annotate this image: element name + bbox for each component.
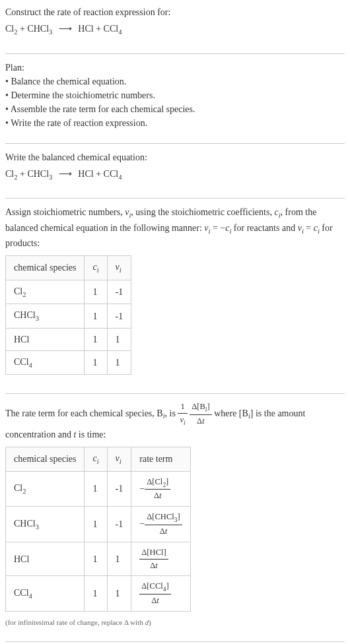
cell-species: CCl4: [6, 576, 85, 612]
rate-term-intro: The rate term for each chemical species,…: [5, 401, 345, 441]
stoich-table: chemical species ci νi Cl2 1 -1 CHCl3 1 …: [5, 255, 131, 375]
divider: [5, 53, 345, 54]
cell-species: CHCl3: [6, 304, 85, 329]
col-species: chemical species: [6, 256, 85, 280]
cell-rate: Δ[CCl4]Δt: [131, 576, 191, 612]
table-row: CCl4 1 1 Δ[CCl4]Δt: [6, 576, 191, 612]
cell-c: 1: [85, 507, 107, 542]
cell-rate: −Δ[Cl2]Δt: [131, 471, 191, 507]
infinitesimal-note: (for infinitesimal rate of change, repla…: [5, 617, 345, 628]
plan-heading: Plan:: [5, 61, 345, 75]
balanced-heading: Write the balanced chemical equation:: [5, 150, 345, 164]
table-row: Cl2 1 -1 −Δ[Cl2]Δt: [6, 471, 191, 507]
plan-item: • Assemble the rate term for each chemic…: [5, 102, 345, 116]
cell-v: 1: [107, 328, 131, 350]
cell-v: 1: [107, 576, 131, 612]
cell-v: 1: [107, 542, 131, 576]
cell-species: Cl2: [6, 471, 85, 507]
cell-v: -1: [107, 280, 131, 304]
balanced-equation: Cl2 + CHCl3 ⟶ HCl + CCl4: [5, 167, 345, 183]
rate-term-section: The rate term for each chemical species,…: [5, 401, 345, 633]
table-row: CHCl3 1 -1: [6, 304, 131, 329]
cell-v: 1: [107, 350, 131, 375]
cell-c: 1: [85, 576, 107, 612]
divider: [5, 143, 345, 144]
rate-term-table: chemical species ci νi rate term Cl2 1 -…: [5, 447, 191, 612]
cell-rate: −Δ[CHCl3]Δt: [131, 507, 191, 542]
cell-c: 1: [85, 542, 107, 576]
col-c: ci: [85, 447, 107, 471]
divider: [5, 393, 345, 394]
intro-section: Construct the rate of reaction expressio…: [5, 5, 345, 46]
cell-species: HCl: [6, 542, 85, 576]
table-row: CCl4 1 1: [6, 350, 131, 375]
plan-item: • Write the rate of reaction expression.: [5, 116, 345, 130]
plan-item: • Determine the stoichiometric numbers.: [5, 88, 345, 102]
table-row: CHCl3 1 -1 −Δ[CHCl3]Δt: [6, 507, 191, 542]
cell-v: -1: [107, 471, 131, 507]
intro-title: Construct the rate of reaction expressio…: [5, 5, 345, 19]
intro-equation: Cl2 + CHCl3 ⟶ HCl + CCl4: [5, 22, 345, 38]
cell-v: -1: [107, 507, 131, 542]
cell-c: 1: [85, 328, 107, 350]
plan-section: Plan: • Balance the chemical equation. •…: [5, 61, 345, 135]
col-v: νi: [107, 447, 131, 471]
cell-species: CCl4: [6, 350, 85, 375]
table-row: HCl 1 1 Δ[HCl]Δt: [6, 542, 191, 576]
cell-species: Cl2: [6, 280, 85, 304]
divider: [5, 641, 345, 642]
balanced-section: Write the balanced chemical equation: Cl…: [5, 150, 345, 191]
cell-v: -1: [107, 304, 131, 329]
col-species: chemical species: [6, 447, 85, 471]
divider: [5, 198, 345, 199]
cell-c: 1: [85, 280, 107, 304]
cell-c: 1: [85, 304, 107, 329]
cell-c: 1: [85, 350, 107, 375]
col-rate: rate term: [131, 447, 191, 471]
stoich-intro: Assign stoichiometric numbers, νi, using…: [5, 205, 345, 250]
cell-c: 1: [85, 471, 107, 507]
col-v: νi: [107, 256, 131, 280]
table-row: HCl 1 1: [6, 328, 131, 350]
table-header-row: chemical species ci νi: [6, 256, 131, 280]
stoich-section: Assign stoichiometric numbers, νi, using…: [5, 205, 345, 385]
cell-species: HCl: [6, 328, 85, 350]
cell-species: CHCl3: [6, 507, 85, 542]
table-row: Cl2 1 -1: [6, 280, 131, 304]
plan-item: • Balance the chemical equation.: [5, 75, 345, 88]
cell-rate: Δ[HCl]Δt: [131, 542, 191, 576]
col-c: ci: [85, 256, 107, 280]
table-header-row: chemical species ci νi rate term: [6, 447, 191, 471]
